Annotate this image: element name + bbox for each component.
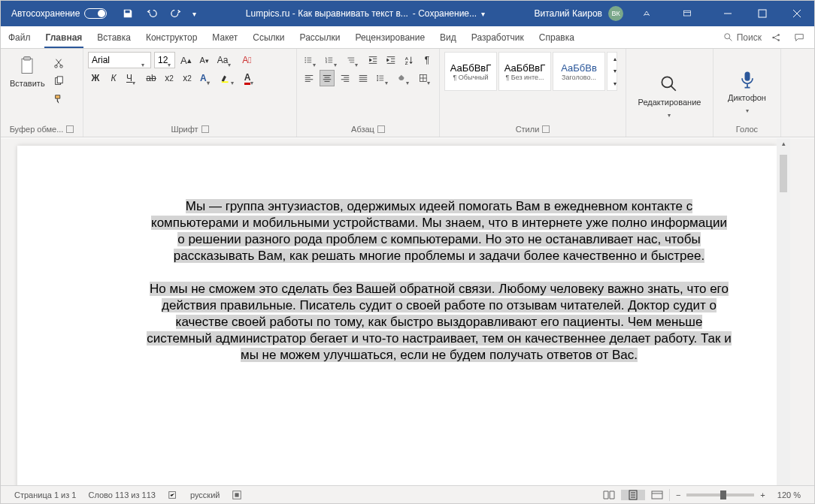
align-center-icon[interactable] — [320, 70, 335, 86]
voice-group-label: Голос — [736, 125, 758, 134]
tab-review[interactable]: Рецензирование — [347, 26, 432, 48]
styles-up-icon[interactable]: ▴ — [607, 53, 623, 65]
page[interactable]: Мы — группа энтузиастов, одержимых идеей… — [17, 146, 777, 499]
maximize-button[interactable] — [745, 1, 780, 26]
avatar[interactable]: ВК — [608, 6, 623, 21]
font-launcher-icon[interactable] — [201, 125, 209, 133]
superscript-button[interactable]: x2 — [180, 70, 195, 86]
search-box[interactable]: Поиск — [723, 32, 762, 43]
indent-inc-icon[interactable] — [383, 52, 398, 68]
comments-icon[interactable] — [792, 29, 807, 46]
italic-button[interactable]: К — [106, 70, 121, 86]
svg-rect-0 — [684, 11, 691, 16]
autosave-toggle[interactable] — [84, 8, 107, 19]
paragraph-2[interactable]: Но мы не сможем это сделать без Вашей об… — [147, 281, 732, 364]
read-mode-icon[interactable] — [597, 490, 621, 500]
document-name: Lumpics.ru - Как выравнивать текст в... — [246, 8, 408, 19]
styles-gallery[interactable]: АаБбВвГ¶ Обычный АаБбВвГ¶ Без инте... Аа… — [444, 52, 621, 91]
shrink-font-icon[interactable]: A▾ — [197, 52, 212, 68]
styles-more-icon[interactable]: ▾ — [607, 78, 623, 90]
page-count[interactable]: Страница 1 из 1 — [8, 490, 82, 499]
cut-icon[interactable] — [51, 55, 66, 71]
paragraph-1[interactable]: Мы — группа энтузиастов, одержимых идеей… — [147, 198, 732, 264]
clear-format-icon[interactable]: A⃠ — [239, 52, 254, 68]
line-spacing-icon[interactable] — [374, 70, 392, 86]
zoom-in-button[interactable]: + — [754, 490, 771, 499]
share-icon[interactable] — [769, 29, 784, 46]
justify-icon[interactable] — [356, 70, 371, 86]
shading-icon[interactable] — [395, 70, 413, 86]
scroll-up-icon[interactable]: ▴ — [782, 140, 786, 147]
minimize-button[interactable] — [710, 1, 745, 26]
copy-icon[interactable] — [51, 73, 66, 89]
styles-launcher-icon[interactable] — [542, 125, 550, 133]
tab-mailings[interactable]: Рассылки — [292, 26, 348, 48]
close-button[interactable] — [780, 1, 814, 26]
svg-rect-11 — [57, 77, 62, 83]
save-icon[interactable] — [120, 5, 135, 22]
text-effects-icon[interactable]: A — [198, 70, 215, 86]
zoom-level[interactable]: 120 % — [771, 490, 807, 499]
word-count[interactable]: Слово 113 из 113 — [82, 490, 162, 499]
zoom-out-button[interactable]: − — [670, 490, 686, 499]
style-normal[interactable]: АаБбВвГ¶ Обычный — [444, 52, 497, 91]
numbering-icon[interactable]: 123 — [323, 52, 341, 68]
align-left-icon[interactable] — [301, 70, 317, 86]
grow-font-icon[interactable]: A▴ — [178, 52, 194, 68]
dictate-button[interactable]: Диктофон — [723, 66, 771, 111]
scroll-thumb[interactable] — [780, 155, 787, 192]
sort-icon[interactable]: AZ — [401, 52, 417, 68]
tab-file[interactable]: Файл — [1, 26, 38, 48]
vertical-scrollbar[interactable]: ▴ — [777, 138, 790, 485]
tab-references[interactable]: Ссылки — [245, 26, 292, 48]
change-case-icon[interactable]: Aa — [215, 52, 237, 68]
bullets-icon[interactable] — [301, 52, 320, 68]
font-name-input[interactable]: Arial — [88, 52, 151, 68]
macro-icon[interactable] — [226, 490, 248, 500]
svg-point-2 — [724, 33, 729, 38]
highlight-icon[interactable] — [218, 70, 239, 86]
tab-layout[interactable]: Макет — [205, 26, 245, 48]
paste-button[interactable]: Вставить — [5, 52, 50, 91]
subscript-button[interactable]: x2 — [162, 70, 177, 86]
paragraph-launcher-icon[interactable] — [377, 125, 385, 133]
redo-icon[interactable] — [168, 5, 183, 22]
format-painter-icon[interactable] — [51, 91, 66, 107]
style-heading[interactable]: АаБбВвЗаголово... — [553, 52, 605, 91]
qat-dropdown-icon[interactable]: ▾ — [192, 10, 196, 18]
language-status[interactable]: русский — [184, 490, 226, 499]
svg-point-5 — [777, 39, 780, 41]
underline-button[interactable]: Ч — [124, 70, 141, 86]
tab-design[interactable]: Конструктор — [138, 26, 205, 48]
web-layout-icon[interactable] — [645, 490, 669, 500]
borders-icon[interactable] — [417, 70, 435, 86]
user-name[interactable]: Виталий Каиров — [534, 8, 602, 19]
editing-button[interactable]: Редактирование — [634, 71, 706, 116]
undo-icon[interactable] — [144, 5, 159, 22]
clipboard-group-label: Буфер обме... — [10, 125, 64, 134]
clipboard-launcher-icon[interactable] — [66, 125, 74, 133]
font-size-input[interactable]: 12 — [154, 52, 175, 68]
bold-button[interactable]: Ж — [88, 70, 103, 86]
font-color-icon[interactable]: A — [242, 70, 259, 86]
style-no-spacing[interactable]: АаБбВвГ¶ Без инте... — [498, 52, 551, 91]
coming-soon-icon[interactable] — [629, 1, 664, 26]
styles-down-icon[interactable]: ▾ — [607, 65, 623, 77]
strike-button[interactable]: ab — [144, 70, 159, 86]
zoom-slider[interactable] — [686, 493, 754, 496]
tab-view[interactable]: Вид — [432, 26, 464, 48]
indent-dec-icon[interactable] — [365, 52, 380, 68]
svg-rect-23 — [744, 71, 750, 80]
tab-developer[interactable]: Разработчик — [464, 26, 532, 48]
tab-home[interactable]: Главная — [38, 26, 90, 48]
spell-check-icon[interactable] — [162, 490, 184, 500]
svg-point-4 — [777, 34, 780, 36]
tab-insert[interactable]: Вставка — [89, 26, 138, 48]
show-marks-icon[interactable]: ¶ — [420, 52, 435, 68]
tab-help[interactable]: Справка — [532, 26, 582, 48]
align-right-icon[interactable] — [338, 70, 353, 86]
multilevel-icon[interactable] — [344, 52, 362, 68]
ribbon-display-icon[interactable] — [670, 1, 704, 26]
print-layout-icon[interactable] — [621, 490, 645, 500]
search-label: Поиск — [737, 32, 762, 43]
